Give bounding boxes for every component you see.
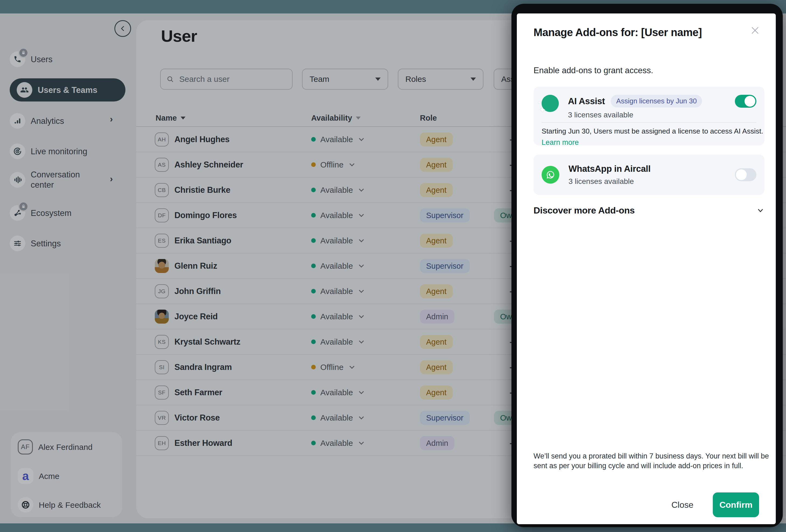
licenses-available: 3 licenses available (569, 177, 735, 186)
modal-subtitle: Enable add-ons to grant access. (533, 66, 653, 75)
discover-more-addons[interactable]: Discover more Add-ons (533, 205, 764, 216)
learn-more-link[interactable]: Learn more (541, 138, 579, 147)
ai-assist-toggle[interactable] (735, 95, 756, 108)
close-button[interactable] (749, 24, 761, 37)
addon-name: AI Assist (568, 96, 605, 106)
chevron-down-icon (756, 207, 764, 214)
modal-title: Manage Add-ons for: [User name] (533, 26, 702, 39)
close-icon (750, 26, 760, 35)
addon-note: Starting Jun 30, Users must be assigned … (541, 127, 763, 135)
addon-card-ai-assist: ✦ ✦ AI Assist Assign licenses by Jun 30 … (533, 87, 764, 145)
ai-assist-icon: ✦ ✦ (541, 95, 559, 112)
confirm-button[interactable]: Confirm (713, 492, 759, 517)
modal-actions: Close Confirm (670, 492, 759, 517)
discover-label: Discover more Add-ons (533, 205, 635, 216)
close-text-button[interactable]: Close (670, 500, 695, 510)
addon-name: WhatsApp in Aircall (569, 164, 651, 174)
deadline-badge: Assign licenses by Jun 30 (611, 95, 702, 108)
manage-addons-modal: Manage Add-ons for: [User name] Enable a… (517, 14, 776, 524)
whatsapp-toggle[interactable] (735, 168, 756, 181)
modal-window-frame: Manage Add-ons for: [User name] Enable a… (511, 4, 783, 527)
divider (541, 122, 756, 123)
screen: Users Users & Teams Analytics › (0, 0, 786, 532)
addon-card-whatsapp: WhatsApp in Aircall 3 licenses available (533, 155, 764, 195)
billing-note: We’ll send you a prorated bill within 7 … (533, 451, 770, 471)
whatsapp-icon (541, 166, 559, 184)
licenses-available: 3 licenses available (568, 111, 735, 119)
